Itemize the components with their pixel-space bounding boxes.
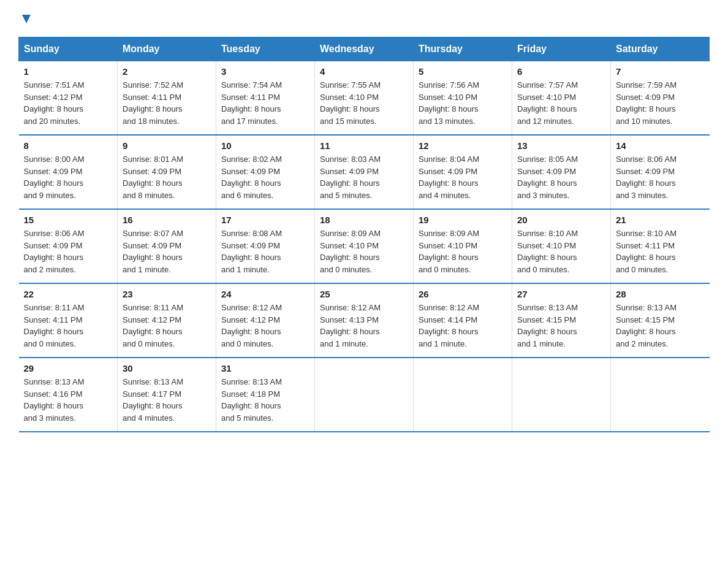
week-row-5: 29Sunrise: 8:13 AMSunset: 4:16 PMDayligh… xyxy=(19,358,710,432)
day-number: 17 xyxy=(221,215,309,225)
week-row-4: 22Sunrise: 8:11 AMSunset: 4:11 PMDayligh… xyxy=(19,283,710,358)
day-info: Sunrise: 7:52 AMSunset: 4:11 PMDaylight:… xyxy=(123,79,211,127)
day-cell: 12Sunrise: 8:04 AMSunset: 4:09 PMDayligh… xyxy=(414,135,512,209)
day-number: 18 xyxy=(320,215,408,225)
day-number: 24 xyxy=(221,289,309,299)
day-cell: 22Sunrise: 8:11 AMSunset: 4:11 PMDayligh… xyxy=(19,283,118,358)
col-wednesday: Wednesday xyxy=(315,37,414,61)
calendar-header: Sunday Monday Tuesday Wednesday Thursday… xyxy=(19,37,710,61)
day-number: 29 xyxy=(24,363,113,373)
header-row: Sunday Monday Tuesday Wednesday Thursday… xyxy=(19,37,710,61)
day-number: 23 xyxy=(123,289,211,299)
day-info: Sunrise: 8:13 AMSunset: 4:15 PMDaylight:… xyxy=(517,302,605,350)
day-cell: 24Sunrise: 8:12 AMSunset: 4:12 PMDayligh… xyxy=(216,283,315,358)
day-info: Sunrise: 8:07 AMSunset: 4:09 PMDaylight:… xyxy=(123,228,211,275)
week-row-2: 8Sunrise: 8:00 AMSunset: 4:09 PMDaylight… xyxy=(19,135,710,209)
day-info: Sunrise: 8:05 AMSunset: 4:09 PMDaylight:… xyxy=(517,153,605,201)
logo-arrow-icon xyxy=(20,12,33,26)
day-number: 5 xyxy=(419,66,507,77)
day-cell: 2Sunrise: 7:52 AMSunset: 4:11 PMDaylight… xyxy=(118,61,216,136)
day-cell: 25Sunrise: 8:12 AMSunset: 4:13 PMDayligh… xyxy=(315,283,414,358)
day-cell: 19Sunrise: 8:09 AMSunset: 4:10 PMDayligh… xyxy=(414,209,512,283)
day-info: Sunrise: 8:04 AMSunset: 4:09 PMDaylight:… xyxy=(419,153,507,201)
logo xyxy=(18,12,33,26)
day-cell: 7Sunrise: 7:59 AMSunset: 4:09 PMDaylight… xyxy=(611,61,710,136)
day-info: Sunrise: 8:06 AMSunset: 4:09 PMDaylight:… xyxy=(616,153,705,201)
day-cell xyxy=(315,358,414,432)
day-cell: 20Sunrise: 8:10 AMSunset: 4:10 PMDayligh… xyxy=(512,209,611,283)
day-cell: 28Sunrise: 8:13 AMSunset: 4:15 PMDayligh… xyxy=(611,283,710,358)
day-cell: 21Sunrise: 8:10 AMSunset: 4:11 PMDayligh… xyxy=(611,209,710,283)
day-cell: 30Sunrise: 8:13 AMSunset: 4:17 PMDayligh… xyxy=(118,358,216,432)
day-info: Sunrise: 8:13 AMSunset: 4:16 PMDaylight:… xyxy=(24,376,113,424)
day-info: Sunrise: 8:11 AMSunset: 4:11 PMDaylight:… xyxy=(24,302,113,350)
day-number: 15 xyxy=(24,215,113,225)
day-cell: 27Sunrise: 8:13 AMSunset: 4:15 PMDayligh… xyxy=(512,283,611,358)
day-cell xyxy=(414,358,512,432)
day-number: 3 xyxy=(221,66,309,77)
day-cell: 15Sunrise: 8:06 AMSunset: 4:09 PMDayligh… xyxy=(19,209,118,283)
day-cell: 5Sunrise: 7:56 AMSunset: 4:10 PMDaylight… xyxy=(414,61,512,136)
col-monday: Monday xyxy=(118,37,216,61)
day-number: 2 xyxy=(123,66,211,77)
day-info: Sunrise: 8:10 AMSunset: 4:10 PMDaylight:… xyxy=(517,228,605,275)
day-info: Sunrise: 8:00 AMSunset: 4:09 PMDaylight:… xyxy=(24,153,113,201)
day-cell: 8Sunrise: 8:00 AMSunset: 4:09 PMDaylight… xyxy=(19,135,118,209)
day-cell: 31Sunrise: 8:13 AMSunset: 4:18 PMDayligh… xyxy=(216,358,315,432)
col-thursday: Thursday xyxy=(414,37,512,61)
day-cell: 6Sunrise: 7:57 AMSunset: 4:10 PMDaylight… xyxy=(512,61,611,136)
day-info: Sunrise: 8:03 AMSunset: 4:09 PMDaylight:… xyxy=(320,153,408,201)
day-number: 11 xyxy=(320,140,408,151)
svg-marker-0 xyxy=(22,15,31,23)
day-cell: 10Sunrise: 8:02 AMSunset: 4:09 PMDayligh… xyxy=(216,135,315,209)
day-info: Sunrise: 8:11 AMSunset: 4:12 PMDaylight:… xyxy=(123,302,211,350)
day-cell xyxy=(611,358,710,432)
day-info: Sunrise: 8:10 AMSunset: 4:11 PMDaylight:… xyxy=(616,228,705,275)
day-cell: 4Sunrise: 7:55 AMSunset: 4:10 PMDaylight… xyxy=(315,61,414,136)
col-saturday: Saturday xyxy=(611,37,710,61)
day-cell: 18Sunrise: 8:09 AMSunset: 4:10 PMDayligh… xyxy=(315,209,414,283)
day-info: Sunrise: 8:02 AMSunset: 4:09 PMDaylight:… xyxy=(221,153,309,201)
day-number: 4 xyxy=(320,66,408,77)
day-number: 22 xyxy=(24,289,113,299)
day-cell xyxy=(512,358,611,432)
day-number: 14 xyxy=(616,140,705,151)
day-number: 31 xyxy=(221,363,309,373)
day-cell: 11Sunrise: 8:03 AMSunset: 4:09 PMDayligh… xyxy=(315,135,414,209)
day-info: Sunrise: 7:57 AMSunset: 4:10 PMDaylight:… xyxy=(517,79,605,127)
col-tuesday: Tuesday xyxy=(216,37,315,61)
day-info: Sunrise: 7:55 AMSunset: 4:10 PMDaylight:… xyxy=(320,79,408,127)
day-number: 19 xyxy=(419,215,507,225)
day-number: 8 xyxy=(24,140,113,151)
day-cell: 26Sunrise: 8:12 AMSunset: 4:14 PMDayligh… xyxy=(414,283,512,358)
day-number: 7 xyxy=(616,66,705,77)
day-info: Sunrise: 8:13 AMSunset: 4:17 PMDaylight:… xyxy=(123,376,211,424)
day-info: Sunrise: 7:59 AMSunset: 4:09 PMDaylight:… xyxy=(616,79,705,127)
day-cell: 16Sunrise: 8:07 AMSunset: 4:09 PMDayligh… xyxy=(118,209,216,283)
day-number: 6 xyxy=(517,66,605,77)
day-number: 26 xyxy=(419,289,507,299)
day-number: 28 xyxy=(616,289,705,299)
day-cell: 29Sunrise: 8:13 AMSunset: 4:16 PMDayligh… xyxy=(19,358,118,432)
day-cell: 1Sunrise: 7:51 AMSunset: 4:12 PMDaylight… xyxy=(19,61,118,136)
day-info: Sunrise: 8:06 AMSunset: 4:09 PMDaylight:… xyxy=(24,228,113,275)
calendar-body: 1Sunrise: 7:51 AMSunset: 4:12 PMDaylight… xyxy=(19,61,710,432)
day-cell: 3Sunrise: 7:54 AMSunset: 4:11 PMDaylight… xyxy=(216,61,315,136)
day-info: Sunrise: 7:56 AMSunset: 4:10 PMDaylight:… xyxy=(419,79,507,127)
day-number: 27 xyxy=(517,289,605,299)
day-info: Sunrise: 8:09 AMSunset: 4:10 PMDaylight:… xyxy=(419,228,507,275)
col-sunday: Sunday xyxy=(19,37,118,61)
day-number: 30 xyxy=(123,363,211,373)
day-number: 21 xyxy=(616,215,705,225)
calendar-table: Sunday Monday Tuesday Wednesday Thursday… xyxy=(18,37,710,432)
day-number: 10 xyxy=(221,140,309,151)
day-cell: 14Sunrise: 8:06 AMSunset: 4:09 PMDayligh… xyxy=(611,135,710,209)
day-cell: 23Sunrise: 8:11 AMSunset: 4:12 PMDayligh… xyxy=(118,283,216,358)
day-info: Sunrise: 8:13 AMSunset: 4:18 PMDaylight:… xyxy=(221,376,309,424)
day-number: 25 xyxy=(320,289,408,299)
day-number: 9 xyxy=(123,140,211,151)
day-cell: 13Sunrise: 8:05 AMSunset: 4:09 PMDayligh… xyxy=(512,135,611,209)
day-info: Sunrise: 7:51 AMSunset: 4:12 PMDaylight:… xyxy=(24,79,113,127)
day-cell: 17Sunrise: 8:08 AMSunset: 4:09 PMDayligh… xyxy=(216,209,315,283)
day-number: 16 xyxy=(123,215,211,225)
